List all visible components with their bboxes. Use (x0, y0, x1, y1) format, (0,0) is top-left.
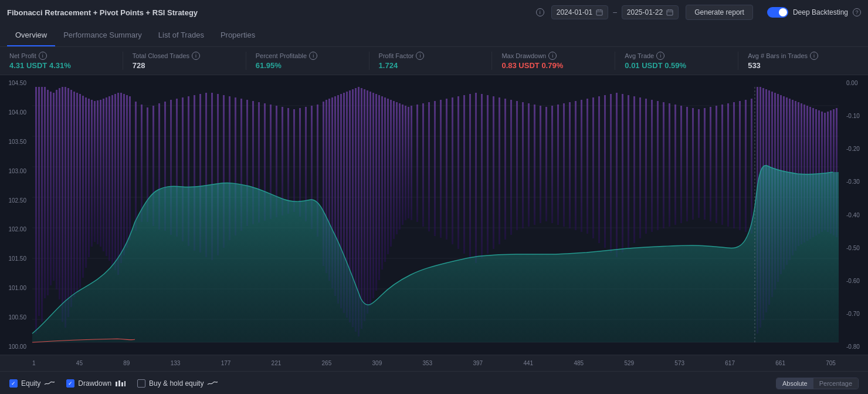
svg-rect-132 (528, 103, 530, 227)
svg-rect-38 (97, 100, 99, 244)
svg-rect-140 (575, 101, 577, 230)
legend-equity[interactable]: Equity (9, 379, 55, 388)
svg-rect-42 (108, 96, 110, 261)
metric-net-profit: Net Profit i 4.31 USDT 4.31% (7, 52, 123, 70)
legend: Equity Drawdown Buy & hold equity (0, 371, 868, 394)
buy-hold-checkbox[interactable] (137, 379, 145, 388)
chart-svg (0, 75, 868, 355)
svg-rect-139 (569, 102, 571, 228)
x-label-14: 617 (725, 360, 735, 366)
svg-rect-115 (428, 102, 430, 231)
avg-trade-value: 0.01 USDT (625, 61, 662, 70)
x-label-8: 353 (423, 360, 433, 366)
svg-rect-130 (516, 101, 518, 230)
svg-rect-35 (88, 99, 90, 257)
svg-rect-77 (293, 109, 295, 212)
svg-rect-135 (545, 107, 547, 221)
tab-list-of-trades[interactable]: List of Trades (150, 25, 212, 46)
avg-trade-info-icon[interactable]: i (656, 52, 664, 60)
svg-rect-202 (121, 382, 123, 386)
svg-rect-76 (287, 108, 289, 214)
total-trades-info-icon[interactable]: i (192, 52, 200, 60)
svg-rect-44 (114, 94, 116, 270)
svg-rect-103 (384, 97, 386, 262)
legend-buy-hold[interactable]: Buy & hold equity (137, 379, 218, 388)
svg-rect-33 (82, 96, 84, 278)
svg-rect-26 (62, 87, 63, 322)
svg-rect-118 (446, 99, 447, 240)
calendar-from-icon (596, 9, 603, 16)
svg-rect-161 (698, 109, 700, 218)
generate-report-button[interactable]: Generate report (686, 5, 753, 20)
svg-rect-170 (751, 99, 752, 234)
svg-rect-122 (469, 94, 471, 258)
equity-label: Equity (21, 379, 40, 388)
max-drawdown-info-icon[interactable]: i (548, 52, 557, 60)
app-container: Fibonacci Retracement + Pivot Points + R… (0, 0, 868, 394)
svg-rect-151 (639, 97, 641, 238)
deep-backtesting-label: Deep Backtesting (793, 8, 848, 16)
x-label-5: 221 (272, 360, 282, 366)
svg-rect-111 (408, 107, 409, 218)
drawdown-label: Drawdown (78, 379, 111, 388)
deep-backtesting-toggle[interactable] (767, 7, 788, 18)
svg-rect-17 (35, 87, 37, 334)
svg-rect-136 (551, 106, 553, 223)
equity-checkbox[interactable] (9, 379, 18, 388)
svg-rect-97 (367, 90, 368, 314)
percentage-button[interactable]: Percentage (813, 378, 858, 389)
svg-rect-119 (452, 97, 453, 244)
strategy-title: Fibonacci Retracement + Pivot Points + R… (7, 8, 529, 17)
svg-rect-156 (669, 103, 670, 227)
svg-rect-43 (111, 95, 113, 265)
svg-rect-164 (716, 106, 717, 223)
svg-rect-46 (120, 93, 122, 263)
svg-rect-133 (534, 105, 535, 225)
deep-backtesting-toggle-area: Deep Backtesting ? (767, 7, 861, 18)
svg-rect-106 (393, 101, 395, 239)
svg-rect-116 (434, 101, 436, 236)
svg-rect-29 (70, 90, 72, 307)
strategy-info-icon[interactable]: i (536, 8, 544, 16)
svg-rect-163 (710, 107, 711, 221)
date-from-input[interactable]: 2024-01-01 (551, 5, 608, 19)
date-to-value: 2025-01-22 (627, 8, 663, 16)
svg-rect-149 (628, 95, 629, 248)
svg-rect-109 (402, 105, 404, 225)
svg-rect-113 (416, 105, 418, 222)
svg-rect-27 (65, 87, 66, 328)
tab-overview[interactable]: Overview (7, 25, 55, 46)
tab-performance-summary[interactable]: Performance Summary (55, 25, 150, 46)
svg-rect-126 (493, 96, 494, 249)
svg-rect-107 (396, 102, 398, 234)
svg-rect-96 (364, 89, 365, 321)
svg-rect-158 (680, 106, 682, 223)
svg-rect-45 (117, 93, 119, 275)
absolute-button[interactable]: Absolute (777, 378, 813, 389)
svg-rect-144 (598, 96, 600, 243)
date-to-input[interactable]: 2025-01-22 (622, 5, 679, 19)
svg-rect-95 (361, 88, 362, 329)
net-profit-info-icon[interactable]: i (39, 52, 47, 60)
profit-factor-info-icon[interactable]: i (416, 52, 424, 60)
pct-profitable-info-icon[interactable]: i (309, 52, 317, 60)
drawdown-checkbox[interactable] (66, 379, 74, 388)
tab-properties[interactable]: Properties (212, 25, 263, 46)
deep-backtesting-info-icon[interactable]: ? (853, 8, 861, 16)
date-range: 2024-01-01 – 2025-01-22 (551, 5, 679, 19)
svg-rect-154 (657, 101, 659, 230)
equity-icon (44, 380, 55, 387)
x-label-10: 441 (523, 360, 533, 366)
svg-rect-201 (118, 380, 120, 386)
avg-bars-info-icon[interactable]: i (810, 52, 818, 60)
chart-container[interactable]: 104.50 104.00 103.50 103.00 102.50 102.0… (0, 75, 868, 355)
legend-drawdown[interactable]: Drawdown (66, 379, 126, 388)
svg-rect-137 (557, 105, 559, 225)
x-label-16: 705 (826, 360, 836, 366)
x-label-6: 265 (322, 360, 332, 366)
svg-rect-101 (378, 95, 380, 280)
tabs: Overview Performance Summary List of Tra… (0, 25, 868, 47)
svg-rect-49 (129, 96, 131, 240)
svg-rect-21 (47, 90, 49, 295)
display-mode-toggle: Absolute Percentage (776, 378, 859, 389)
